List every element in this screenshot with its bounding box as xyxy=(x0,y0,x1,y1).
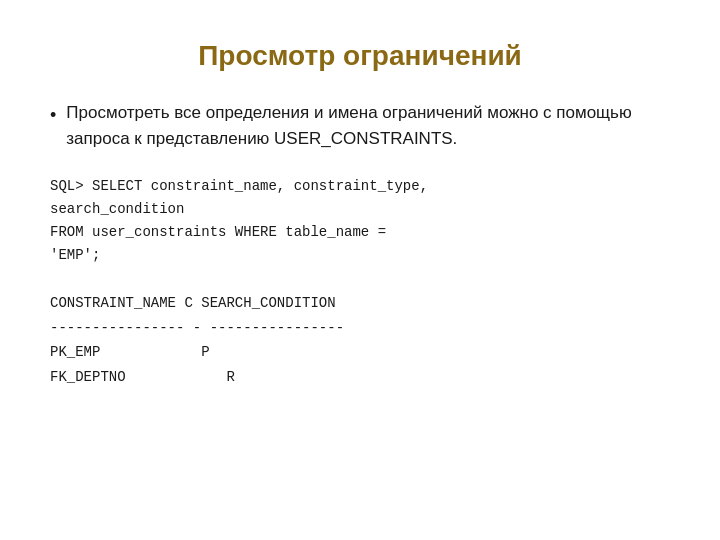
output-row2-name: FK_DEPTNO xyxy=(50,369,126,385)
output-header: CONSTRAINT_NAME C SEARCH_CONDITION xyxy=(50,291,670,316)
code-block: SQL> SELECT constraint_name, constraint_… xyxy=(50,175,670,267)
code-line-4: 'EMP'; xyxy=(50,244,670,267)
output-row1-name: PK_EMP xyxy=(50,344,100,360)
output-block: CONSTRAINT_NAME C SEARCH_CONDITION -----… xyxy=(50,291,670,389)
output-row2-type: R xyxy=(226,369,234,385)
output-row1-type: P xyxy=(201,344,209,360)
bullet-section: • Просмотреть все определения и имена ог… xyxy=(50,100,670,151)
output-row1: PK_EMP P xyxy=(50,340,670,365)
output-separator: ---------------- - ---------------- xyxy=(50,316,670,341)
output-row2: FK_DEPTNO R xyxy=(50,365,670,390)
code-line-2: search_condition xyxy=(50,198,670,221)
code-line-3: FROM user_constraints WHERE table_name = xyxy=(50,221,670,244)
code-line-1: SQL> SELECT constraint_name, constraint_… xyxy=(50,175,670,198)
bullet-text: Просмотреть все определения и имена огра… xyxy=(66,100,670,151)
bullet-item: • Просмотреть все определения и имена ог… xyxy=(50,100,670,151)
slide-container: Просмотр ограничений • Просмотреть все о… xyxy=(0,0,720,540)
slide-title: Просмотр ограничений xyxy=(50,40,670,72)
bullet-dot: • xyxy=(50,102,56,129)
